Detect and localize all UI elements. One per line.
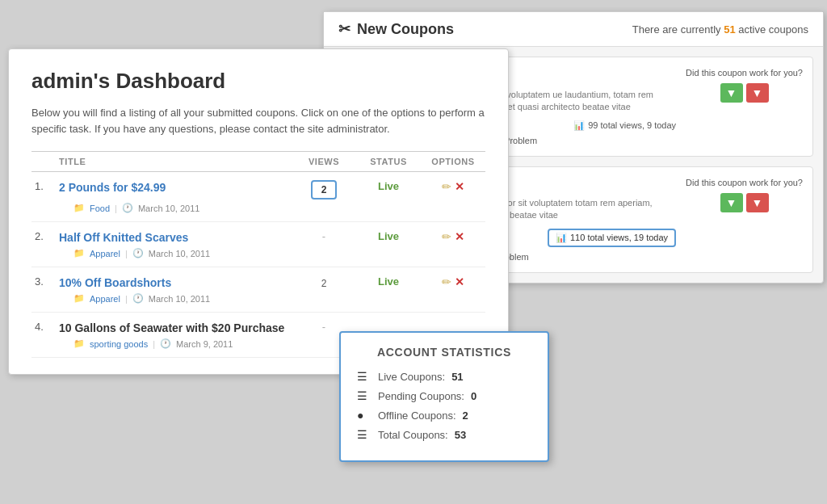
stat-value-total: 53: [455, 429, 466, 441]
stat-item-live: ☰ Live Coupons: 51: [357, 370, 531, 383]
date-text: March 10, 2011: [138, 204, 199, 213]
dashboard-panel: admin's Dashboard Below you will find a …: [8, 48, 509, 375]
date-text: March 10, 2011: [149, 294, 210, 304]
active-coupons-info: There are currently 51 active coupons: [632, 23, 808, 36]
options-cell: ✏ ✕: [424, 180, 482, 193]
views-text: 2: [321, 278, 327, 289]
status-live: Live: [359, 180, 418, 192]
views-badge-highlighted-2: 📊 110 total views, 19 today: [548, 229, 676, 247]
yes-button-1[interactable]: ▼: [720, 83, 743, 103]
category-link[interactable]: sporting goods: [90, 339, 148, 349]
active-count: 51: [724, 23, 735, 36]
col-options: OPTIONS: [421, 152, 485, 172]
clock-icon: 🕐: [132, 248, 144, 258]
row-number: 4.: [31, 313, 56, 338]
clock-icon: 🕐: [160, 338, 171, 349]
delete-icon[interactable]: ✕: [455, 275, 464, 288]
feedback-label-2: Did this coupon work for you?: [686, 177, 803, 188]
feedback-label-1: Did this coupon work for you?: [686, 67, 803, 78]
new-coupons-title: ✂ New Coupons: [338, 20, 454, 38]
row-number: 3.: [31, 267, 56, 292]
item-title-link[interactable]: Half Off Knitted Scarves: [59, 231, 188, 244]
stat-item-offline: ● Offline Coupons: 2: [357, 409, 531, 422]
table-row: 3. 10% Off Boardshorts 2 Live ✏ ✕: [31, 267, 485, 292]
col-num: [31, 152, 56, 172]
options-cell: ✏ ✕: [424, 230, 482, 243]
item-title: 10 Gallons of Seawater with $20 Purchase: [59, 321, 284, 334]
edit-icon[interactable]: ✏: [442, 230, 451, 243]
meta-info: 📁 Apparel | 🕐 March 10, 2011: [73, 293, 482, 304]
dashboard-description: Below you will find a listing of all you…: [31, 105, 485, 136]
clock-icon: 🕐: [132, 293, 144, 304]
table-row-meta: 📁 Apparel | 🕐 March 10, 2011: [31, 292, 485, 313]
edit-icon[interactable]: ✏: [442, 275, 451, 288]
feedback-box-2: Did this coupon work for you? ▼ ▼: [686, 177, 803, 262]
stat-label-pending: Pending Coupons:: [378, 390, 464, 402]
yes-button-2[interactable]: ▼: [720, 193, 743, 212]
table-row: 1. 2 Pounds for $24.99 2 Live ✏ ✕: [31, 172, 485, 202]
total-icon: ☰: [357, 428, 372, 441]
stat-label-offline: Offline Coupons:: [378, 410, 456, 422]
delete-icon[interactable]: ✕: [455, 180, 464, 193]
edit-icon[interactable]: ✏: [442, 180, 451, 193]
item-title-link[interactable]: 10% Off Boardshorts: [59, 276, 171, 289]
stat-item-pending: ☰ Pending Coupons: 0: [357, 389, 531, 402]
table-row-meta: 📁 Apparel | 🕐 March 10, 2011: [31, 246, 485, 267]
date-text: March 10, 2011: [149, 249, 210, 258]
scissors-icon: ✂: [338, 20, 351, 38]
col-views: VIEWS: [292, 152, 356, 172]
row-number: 1.: [31, 172, 56, 202]
col-status: STATUS: [356, 152, 421, 172]
chart-icon-1: 📊: [573, 120, 585, 131]
offline-icon: ●: [357, 409, 372, 422]
folder-icon: 📁: [73, 338, 85, 349]
stats-title: ACCOUNT STATISTICS: [357, 346, 531, 359]
no-button-2[interactable]: ▼: [746, 193, 769, 212]
no-button-1[interactable]: ▼: [746, 83, 769, 103]
pending-icon: ☰: [357, 389, 372, 402]
category-link[interactable]: Food: [90, 204, 110, 213]
delete-icon[interactable]: ✕: [455, 230, 464, 243]
chart-icon-2: 📊: [556, 233, 567, 243]
table-row-meta: 📁 Food | 🕐 March 10, 2011: [31, 201, 485, 222]
table-row: 2. Half Off Knitted Scarves - Live ✏ ✕: [31, 222, 485, 247]
folder-icon: 📁: [73, 293, 85, 304]
stat-value-pending: 0: [471, 390, 476, 402]
feedback-buttons-1: ▼ ▼: [720, 83, 769, 103]
stat-item-total: ☰ Total Coupons: 53: [357, 428, 531, 441]
meta-info: 📁 Apparel | 🕐 March 10, 2011: [73, 248, 482, 258]
coupon-table: TITLE VIEWS STATUS OPTIONS 1. 2 Pounds f…: [31, 151, 485, 358]
item-title-link[interactable]: 2 Pounds for $24.99: [59, 181, 166, 194]
date-text: March 9, 2011: [176, 339, 233, 349]
status-live: Live: [359, 230, 418, 242]
category-link[interactable]: Apparel: [90, 249, 120, 258]
stat-label-live: Live Coupons:: [378, 371, 445, 383]
meta-info: 📁 Food | 🕐 March 10, 2011: [73, 203, 482, 213]
options-cell: ✏ ✕: [424, 275, 482, 288]
feedback-box-1: Did this coupon work for you? ▼ ▼: [686, 67, 803, 146]
status-live: Live: [359, 275, 418, 288]
stat-label-total: Total Coupons:: [378, 429, 448, 441]
live-icon: ☰: [357, 370, 372, 383]
views-info-1: 📊 99 total views, 9 today: [573, 120, 676, 131]
col-title: TITLE: [56, 152, 292, 172]
folder-icon: 📁: [73, 248, 85, 258]
views-dash: -: [295, 230, 353, 242]
clock-icon: 🕐: [122, 203, 133, 213]
stat-value-live: 51: [451, 371, 463, 383]
row-number: 2.: [31, 222, 56, 247]
folder-icon: 📁: [73, 203, 85, 213]
account-stats-panel: ACCOUNT STATISTICS ☰ Live Coupons: 51 ☰ …: [339, 331, 549, 462]
new-coupons-header: ✂ New Coupons There are currently 51 act…: [324, 12, 823, 47]
feedback-buttons-2: ▼ ▼: [720, 193, 769, 212]
stat-value-offline: 2: [463, 410, 468, 422]
category-link[interactable]: Apparel: [90, 294, 120, 304]
dashboard-title: admin's Dashboard: [31, 69, 485, 94]
views-badge: 2: [311, 180, 337, 200]
